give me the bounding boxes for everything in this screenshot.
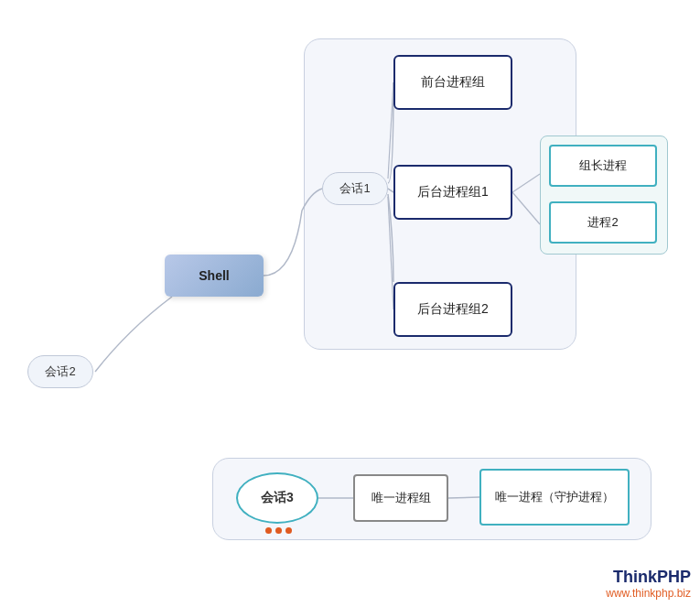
unique-group-box: 唯一进程组 (353, 474, 448, 522)
dot-3 (285, 527, 292, 534)
session3-dots (265, 527, 292, 534)
session1-node: 会话1 (322, 172, 388, 205)
session2-node: 会话2 (27, 355, 93, 388)
background-group2-label: 后台进程组2 (417, 301, 489, 318)
background-group2-box: 后台进程组2 (393, 282, 512, 337)
child-proc-box: 进程2 (549, 201, 657, 244)
dot-1 (265, 527, 272, 534)
foreground-group-label: 前台进程组 (421, 74, 485, 91)
brand-name: ThinkPHP (606, 568, 691, 587)
brand: ThinkPHP www.thinkphp.biz (606, 568, 691, 600)
session3-node: 会话3 (236, 472, 318, 524)
dot-2 (275, 527, 282, 534)
brand-url: www.thinkphp.biz (606, 587, 691, 600)
shell-label: Shell (199, 268, 229, 283)
guardian-proc-label: 唯一进程（守护进程） (495, 489, 614, 505)
diagram-area: Shell 会话1 会话2 前台进程组 后台进程组1 后台进程组2 组长进程 进… (0, 0, 700, 607)
background-group1-label: 后台进程组1 (417, 184, 489, 201)
guardian-proc-box: 唯一进程（守护进程） (479, 469, 630, 526)
leader-proc-box: 组长进程 (549, 145, 657, 187)
session3-label: 会话3 (261, 490, 294, 506)
unique-group-label: 唯一进程组 (372, 490, 431, 506)
brand-prefix: Think (613, 568, 657, 586)
brand-suffix: PHP (657, 568, 691, 586)
leader-proc-label: 组长进程 (579, 157, 627, 174)
session1-label: 会话1 (339, 180, 370, 197)
session2-label: 会话2 (45, 363, 75, 380)
foreground-group-box: 前台进程组 (393, 55, 512, 110)
child-proc-label: 进程2 (587, 214, 618, 231)
background-group1-box: 后台进程组1 (393, 165, 512, 220)
shell-node: Shell (165, 255, 264, 297)
